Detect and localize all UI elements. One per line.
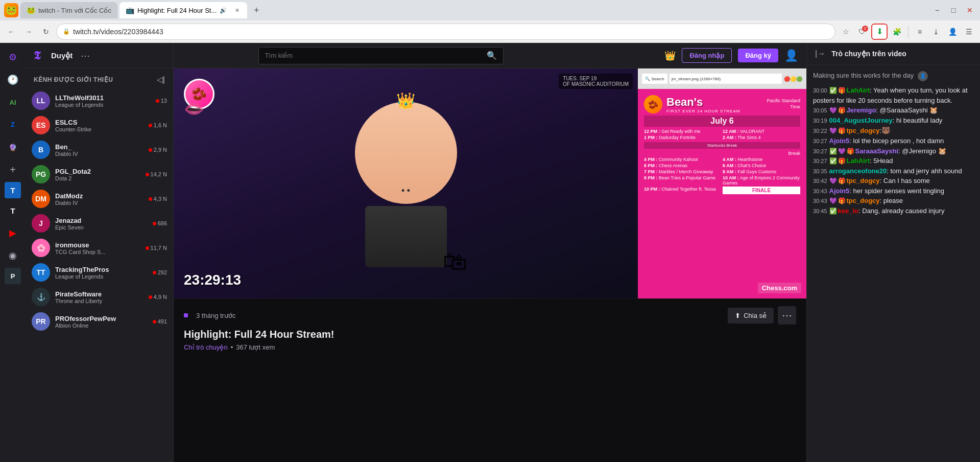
message-username[interactable]: tpc_dogcy	[847, 127, 880, 134]
download-manager-button[interactable]: ⤓	[929, 25, 943, 39]
channel-list-item[interactable]: J Jenazad Epic Seven 686	[26, 211, 173, 236]
message-text: : please	[880, 197, 903, 204]
browse-button[interactable]: Duyệt	[51, 51, 73, 60]
profile-button[interactable]: 👤	[945, 25, 960, 39]
user-profile-icon[interactable]: 👤	[784, 49, 798, 62]
sidebar-icon-pirate[interactable]: P	[5, 268, 21, 284]
sidebar-icon-t2[interactable]: T	[3, 200, 23, 221]
channel-list-item[interactable]: B Ben_ Diablo IV 2,9 N	[26, 137, 173, 162]
message-username[interactable]: kee_lo	[838, 207, 858, 215]
sidebar-icon-youtube[interactable]: ▶	[3, 223, 23, 243]
share-button[interactable]: ⬆ Chia sẻ	[728, 308, 774, 324]
system-message-avatar: 👤	[918, 71, 928, 81]
refresh-button[interactable]: ↻	[39, 25, 53, 39]
message-username[interactable]: Ajoin5	[829, 187, 850, 195]
search-bar-container[interactable]: 🔍	[258, 47, 504, 64]
login-button[interactable]: Đăng nhập	[682, 48, 732, 63]
new-tab-button[interactable]: +	[249, 3, 264, 17]
channel-list-item[interactable]: PG PGL_Dota2 Dota 2 14,2 N	[26, 162, 173, 187]
browser-chrome: 🐸 🐸 twitch - Tìm với Cốc Cốc 📺 Highlight…	[0, 0, 980, 43]
share-list-button[interactable]: ≡	[913, 25, 927, 39]
crown-icon[interactable]: 👑	[664, 50, 676, 61]
maximize-button[interactable]: □	[947, 4, 960, 16]
emoji-decoration: 🐻	[881, 126, 890, 134]
channel-list-item[interactable]: 🌸 ironmouse TCG Card Shop S... 11,7 N	[26, 236, 173, 260]
channel-list-item[interactable]: TT TrackingThePros League of Legends 292	[26, 260, 173, 285]
message-username[interactable]: Jeremigo	[847, 106, 876, 114]
search-input[interactable]	[265, 52, 483, 59]
shield-button[interactable]: 🛡 2	[855, 25, 869, 39]
channel-info: DatModz Diablo IV	[55, 192, 144, 206]
sidebar-icon-ai[interactable]: AI	[3, 92, 23, 112]
video-right-panel: 🔍 Search jm_stream.png (1280×780) 🔴🟡🟢 🫘 …	[638, 68, 806, 298]
chat-message: 30:27✅🎁LahAirt: 5Head	[813, 156, 974, 166]
badge-icon: 🎁	[838, 197, 846, 204]
channel-name: TrackingThePros	[55, 266, 148, 273]
menu-button[interactable]: ☰	[962, 25, 976, 39]
chat-message: 30:35arroganceofone20: tom and jerry ahh…	[813, 166, 974, 176]
address-bar[interactable]: 🔒 twitch.tv/videos/2203984443	[56, 24, 835, 40]
sidebar-icon-search[interactable]: 🔮	[3, 137, 23, 157]
badge-icon: ✅	[829, 157, 837, 165]
sidebar-icon-zalo[interactable]: Z	[3, 114, 23, 135]
shopping-bag: 🛍	[443, 247, 467, 275]
channel-list-item[interactable]: LL LLTheWolf3011 League of Legends 13	[26, 88, 173, 113]
sidebar-icon-add[interactable]: +	[3, 159, 23, 180]
channel-avatar: J	[32, 214, 50, 233]
extensions-button[interactable]: 🧩	[890, 25, 904, 39]
video-left-panel: 🫘 TUES. SEP 19OF MASONIC AUDITORIUM 👑	[174, 68, 638, 298]
channel-link-text[interactable]: Chỉ trò chuyện	[184, 343, 228, 351]
sidebar-icon-t1[interactable]: T	[5, 182, 21, 198]
message-username[interactable]: LahAirt	[847, 86, 870, 94]
channel-game: Counter-Strike	[55, 126, 144, 132]
forward-button[interactable]: →	[21, 25, 36, 39]
tab-2[interactable]: 📺 Highlight: Full 24 Hour St... 🔊 ✕	[119, 2, 247, 18]
message-username[interactable]: 004_AugustJourney	[829, 117, 893, 124]
message-timestamp: 30:42	[813, 178, 827, 184]
twitch-topbar: 𝕿 Duyệt ⋯	[26, 43, 173, 68]
more-options-button[interactable]: ⋯	[778, 306, 796, 325]
tab-1[interactable]: 🐸 twitch - Tìm với Cốc Cốc	[20, 2, 117, 18]
chat-message: 30:45✅kee_lo: Dang, already caused injur…	[813, 206, 974, 216]
channel-list-item[interactable]: PR PROfessorPewPew Albion Online 491	[26, 309, 173, 334]
beans-subtitle-stream: FIRST EVER 24 HOUR STREAM	[666, 109, 740, 113]
live-dot	[149, 124, 152, 127]
sidebar-collapse-button[interactable]: ◁|	[157, 75, 165, 84]
close-button[interactable]: ✕	[964, 4, 976, 16]
channel-info: ironmouse TCG Card Shop S...	[55, 241, 140, 255]
sidebar-icon-history[interactable]: 🕐	[3, 70, 23, 90]
channel-list-item[interactable]: ES ESLCS Counter-Strike 1,6 N	[26, 113, 173, 137]
chat-message: 30:05💜🎁Jeremigo: @SaraaaSayshi 🐹	[813, 105, 974, 115]
channel-info: Ben_ Diablo IV	[55, 143, 144, 157]
message-text: : @Jeremigo 🐹	[898, 147, 946, 155]
signup-button[interactable]: Đăng ký	[738, 49, 778, 62]
message-username[interactable]: SaraaaSayshi	[855, 147, 899, 155]
message-username[interactable]: arroganceofone20	[829, 167, 887, 175]
minimize-button[interactable]: −	[931, 4, 943, 16]
date-info: Pacific StandardTime	[767, 98, 800, 110]
message-username[interactable]: tpc_dogcy	[847, 197, 880, 204]
sidebar-icon-other[interactable]: ◉	[3, 245, 23, 266]
schedule-grid: 12 PM : Get Ready with me 12 AM : VALORA…	[644, 129, 800, 194]
schedule-item-11: 7 PM : Marbles / Merch Giveaway	[644, 169, 722, 174]
channel-avatar: TT	[32, 263, 50, 282]
chat-message: 30:00✅🎁LahAirt: Yeah when you turn, you …	[813, 85, 974, 105]
message-username[interactable]: tpc_dogcy	[847, 177, 880, 184]
calendar-overlay: TUES. SEP 19OF MASONIC AUDITORIUM	[559, 74, 633, 89]
chat-collapse-button[interactable]: |→	[815, 49, 825, 58]
video-frame[interactable]: 🫘 TUES. SEP 19OF MASONIC AUDITORIUM 👑	[174, 68, 806, 298]
star-button[interactable]: ☆	[839, 25, 853, 39]
tab2-close-button[interactable]: ✕	[233, 6, 241, 14]
sidebar-icon-settings[interactable]: ⚙	[3, 47, 23, 67]
download-button[interactable]: ⬇	[871, 24, 888, 40]
channel-list-item[interactable]: ⚓ PirateSoftware Throne and Liberty 4,9 …	[26, 285, 173, 309]
search-submit-icon[interactable]: 🔍	[487, 51, 497, 60]
message-username[interactable]: Ajoin5	[829, 137, 850, 145]
channel-list-item[interactable]: DM DatModz Diablo IV 4,3 N	[26, 187, 173, 211]
message-username[interactable]: LahAirt	[847, 157, 870, 165]
browse-more-button[interactable]: ⋯	[81, 50, 90, 61]
url-text: twitch.tv/videos/2203984443	[73, 28, 163, 36]
back-button[interactable]: ←	[4, 25, 18, 39]
chat-system-message: Making sure this works for the day 👤	[813, 69, 974, 83]
video-age-text: 3 tháng trước	[196, 312, 235, 319]
